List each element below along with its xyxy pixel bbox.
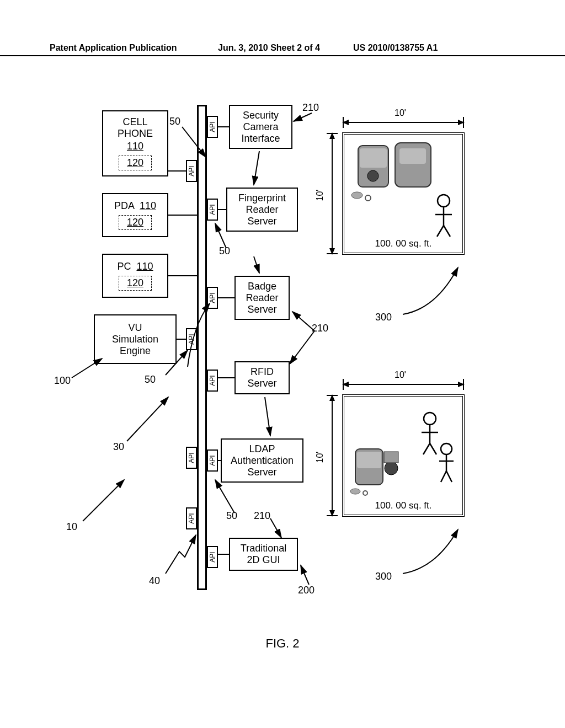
svg-line-65 [215, 480, 234, 513]
svg-line-67 [254, 151, 259, 185]
header-right: US 2010/0138755 A1 [353, 43, 438, 53]
ref-40: 40 [149, 575, 160, 587]
figure-diagram: CELL PHONE 110 120 PDA 110 120 PC 110 12… [50, 105, 519, 634]
svg-line-71 [265, 397, 270, 436]
ref-100: 100 [54, 375, 71, 387]
svg-line-62 [182, 127, 206, 157]
svg-line-61 [83, 480, 124, 521]
svg-line-66 [294, 113, 312, 121]
connector-lines-icon [50, 105, 519, 601]
header-rule [0, 55, 565, 56]
ref-50-a: 50 [169, 116, 180, 127]
ref-200: 200 [298, 585, 315, 596]
ref-210-b: 210 [312, 323, 328, 334]
ref-300-a: 300 [375, 312, 392, 323]
header-left: Patent Application Publication [50, 43, 177, 53]
svg-line-59 [72, 358, 102, 378]
ref-210-a: 210 [302, 102, 319, 114]
svg-line-69 [292, 312, 315, 331]
figure-label: FIG. 2 [0, 636, 565, 651]
ref-30: 30 [113, 441, 124, 453]
svg-line-72 [270, 518, 281, 538]
ref-50-c: 50 [219, 245, 230, 257]
ref-300-b: 300 [375, 571, 392, 582]
svg-line-70 [290, 331, 315, 364]
svg-line-68 [254, 256, 259, 273]
ref-50-d: 50 [226, 510, 237, 522]
svg-line-60 [127, 397, 168, 441]
svg-line-63 [166, 350, 188, 375]
ref-50-b: 50 [145, 374, 156, 386]
svg-line-64 [215, 223, 226, 248]
ref-10: 10 [66, 521, 77, 533]
header-center: Jun. 3, 2010 Sheet 2 of 4 [218, 43, 320, 53]
svg-line-73 [301, 565, 309, 585]
ref-210-c: 210 [254, 510, 270, 522]
